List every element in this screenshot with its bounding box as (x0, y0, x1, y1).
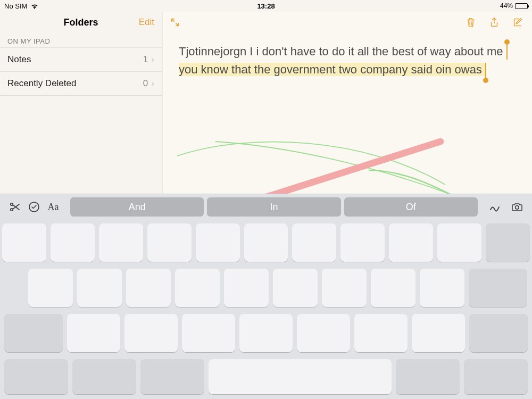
text-style-icon[interactable]: Aa (46, 200, 61, 214)
key-backspace[interactable] (486, 223, 530, 262)
key[interactable] (2, 223, 46, 262)
trash-icon[interactable] (465, 16, 478, 29)
expand-icon[interactable] (170, 18, 180, 27)
selection-start-handle[interactable] (506, 45, 508, 60)
sidebar-item-notes[interactable]: Notes 1 › (0, 48, 162, 72)
key-numbers[interactable] (4, 359, 68, 394)
selection-end-handle[interactable] (485, 63, 486, 78)
chevron-right-icon: › (151, 78, 154, 89)
svg-point-3 (516, 206, 519, 209)
share-icon[interactable] (488, 16, 501, 29)
battery-percent: 44% (500, 2, 513, 10)
keyboard-row-2 (2, 269, 530, 307)
suggestion-2[interactable]: In (207, 197, 340, 217)
key-numbers[interactable] (396, 359, 460, 394)
status-bar: No SIM 13:28 44% (0, 0, 532, 12)
key[interactable] (322, 269, 367, 307)
key[interactable] (175, 269, 220, 307)
keyboard-row-4 (2, 359, 530, 394)
key[interactable] (389, 223, 433, 262)
key[interactable] (273, 269, 318, 307)
edit-button[interactable]: Edit (139, 17, 154, 28)
key[interactable] (67, 314, 120, 352)
key[interactable] (28, 269, 73, 307)
key[interactable] (437, 223, 481, 262)
suggestion-1[interactable]: And (70, 197, 204, 217)
key-hide-keyboard[interactable] (464, 359, 528, 394)
key-return[interactable] (469, 269, 527, 307)
battery-icon (515, 3, 528, 9)
keyboard-row-1 (2, 223, 530, 262)
key[interactable] (99, 223, 143, 262)
key-space[interactable] (209, 359, 392, 394)
keyboard-suggestions: And In Of (70, 197, 478, 217)
checklist-icon[interactable] (27, 200, 41, 214)
key[interactable] (371, 269, 415, 307)
key[interactable] (412, 314, 465, 352)
suggestion-3[interactable]: Of (344, 197, 478, 217)
clock: 13:28 (257, 2, 275, 10)
key[interactable] (340, 223, 385, 262)
key[interactable] (297, 314, 350, 352)
camera-icon[interactable] (510, 200, 525, 214)
key[interactable] (420, 269, 464, 307)
key[interactable] (126, 269, 171, 307)
compose-icon[interactable] (512, 16, 525, 29)
key[interactable] (196, 223, 240, 262)
key-shift[interactable] (4, 314, 63, 352)
sidebar-item-count: 1 (143, 54, 151, 65)
note-body[interactable]: Tjotinnejorgn I i don't have to do it al… (163, 33, 532, 79)
key[interactable] (124, 314, 178, 352)
key[interactable] (292, 223, 336, 262)
key[interactable] (182, 314, 235, 352)
key[interactable] (244, 223, 288, 262)
sidebar-item-label: Notes (7, 54, 31, 65)
sidebar-item-label: Recently Deleted (7, 78, 76, 89)
key-emoji[interactable] (72, 359, 136, 394)
key[interactable] (51, 223, 95, 262)
key[interactable] (224, 269, 269, 307)
sidebar-title: Folders (63, 17, 98, 28)
chevron-right-icon: › (151, 54, 154, 65)
key[interactable] (147, 223, 192, 262)
keyboard-row-3 (2, 314, 530, 352)
wifi-icon (30, 3, 38, 9)
carrier-label: No SIM (4, 2, 27, 10)
scissors-icon[interactable] (7, 200, 22, 214)
key[interactable] (239, 314, 293, 352)
sidebar-item-count: 0 (143, 78, 151, 89)
sidebar-section-label: ON MY IPAD (0, 33, 162, 48)
keyboard: Aa And In Of (0, 194, 532, 399)
key[interactable] (77, 269, 122, 307)
note-text-selected: you know that the government two company… (179, 63, 485, 76)
key-shift[interactable] (469, 314, 528, 352)
note-text: Tjotinnejorgn I i don't have to do it al… (179, 45, 506, 58)
sidebar-item-recently-deleted[interactable]: Recently Deleted 0 › (0, 72, 162, 96)
key[interactable] (354, 314, 408, 352)
sketch-icon[interactable] (487, 200, 502, 214)
key-mic[interactable] (140, 359, 204, 394)
